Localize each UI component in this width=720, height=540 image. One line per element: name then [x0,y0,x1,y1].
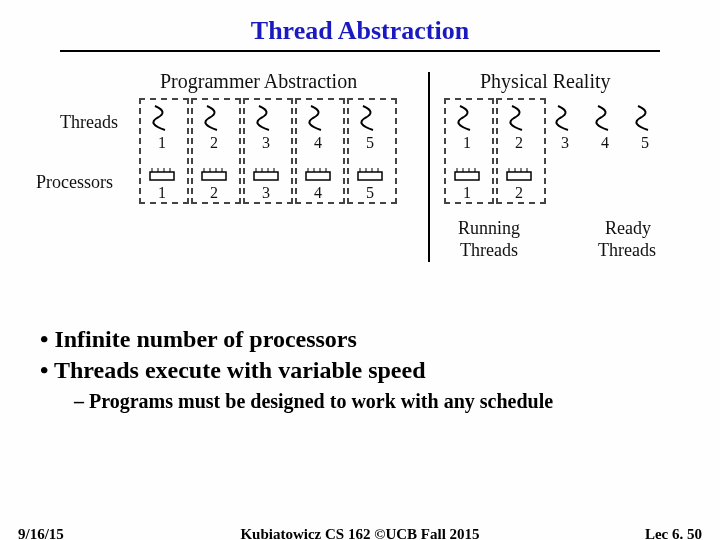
thread-icon [203,104,225,132]
bullet-text: Programs must be designed to work with a… [89,390,553,412]
processor-icon [505,168,533,182]
sub-bullet-item: – Programs must be designed to work with… [74,390,680,413]
processor-number: 3 [262,184,270,202]
processor-number: 1 [158,184,166,202]
processor-icon [148,168,176,182]
processor-icon [304,168,332,182]
thread-number: 2 [515,134,523,152]
svg-rect-20 [358,172,382,180]
thread-number: 1 [463,134,471,152]
thread-diagram: Programmer Abstraction Physical Reality … [60,70,660,290]
processor-number: 5 [366,184,374,202]
processor-icon [200,168,228,182]
processor-number: 2 [515,184,523,202]
running-threads-label: Running [458,218,520,239]
thread-icon [359,104,381,132]
footer-page: Lec 6. 50 [645,526,702,540]
ready-threads-label: Threads [598,240,656,261]
header-physical-reality: Physical Reality [480,70,611,93]
divider-line [428,72,430,262]
ready-threads-label: Ready [605,218,651,239]
svg-rect-0 [150,172,174,180]
processor-number: 4 [314,184,322,202]
thread-icon [255,104,277,132]
title-rule [60,50,660,52]
thread-number: 1 [158,134,166,152]
processor-icon [453,168,481,182]
thread-icon [456,104,478,132]
bullet-text: Threads execute with variable speed [54,357,426,383]
bullet-text: Infinite number of processors [54,326,356,352]
svg-rect-25 [455,172,479,180]
footer-course: Kubiatowicz CS 162 ©UCB Fall 2015 [0,526,720,540]
thread-icon [508,104,530,132]
svg-rect-5 [202,172,226,180]
slide-title: Thread Abstraction [0,0,720,46]
row-label-processors: Processors [36,172,113,193]
thread-number: 3 [561,134,569,152]
thread-icon [554,104,576,132]
processor-icon [252,168,280,182]
thread-number: 5 [366,134,374,152]
bullet-item: • Infinite number of processors [40,326,680,353]
svg-rect-15 [306,172,330,180]
running-threads-label: Threads [460,240,518,261]
processor-number: 2 [210,184,218,202]
thread-icon [594,104,616,132]
row-label-threads: Threads [60,112,118,133]
bullet-item: • Threads execute with variable speed [40,357,680,384]
processor-number: 1 [463,184,471,202]
thread-number: 4 [601,134,609,152]
thread-icon [307,104,329,132]
thread-number: 5 [641,134,649,152]
thread-number: 3 [262,134,270,152]
thread-icon [634,104,656,132]
svg-rect-30 [507,172,531,180]
thread-number: 4 [314,134,322,152]
thread-icon [151,104,173,132]
svg-rect-10 [254,172,278,180]
header-programmer-abstraction: Programmer Abstraction [160,70,357,93]
bullet-list: • Infinite number of processors • Thread… [40,326,680,413]
thread-number: 2 [210,134,218,152]
processor-icon [356,168,384,182]
